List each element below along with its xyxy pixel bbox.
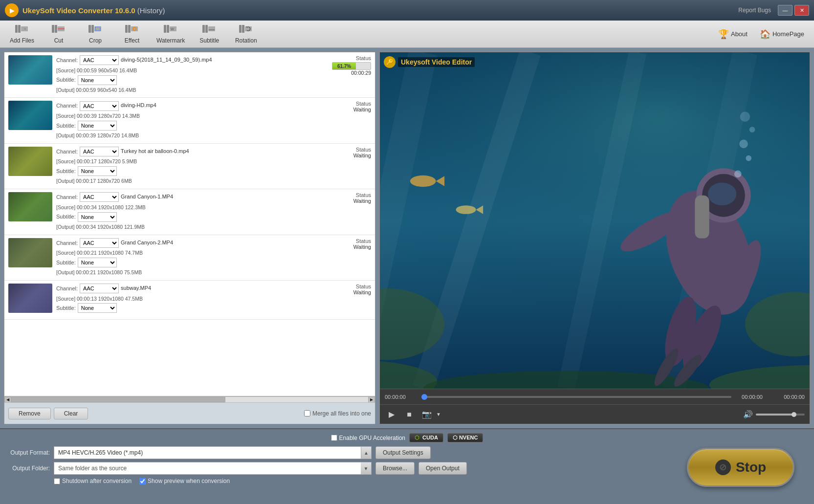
file-info: Channel: AAC diving-HD.mp4 [Source] 00:0… (56, 101, 322, 140)
volume-icon: 🔊 (743, 410, 753, 419)
effect-icon (125, 24, 139, 36)
subtitle-select[interactable]: None (78, 166, 117, 176)
file-info: Channel: AAC subway.MP4 [Source] 00:00:1… (56, 284, 322, 314)
table-row[interactable]: Channel: AAC Turkey hot air balloon-0.mp… (4, 144, 375, 189)
subtitle-label: Subtitle: (56, 167, 76, 176)
shutdown-option: Shutdown after conversion (54, 478, 132, 484)
stop-button[interactable]: ⊘ Stop (687, 448, 794, 487)
output-folder-select[interactable]: Same folder as the source (54, 462, 372, 475)
channel-row: Channel: AAC Grand Canyon-1.MP4 (56, 192, 322, 202)
svg-rect-4 (52, 25, 54, 33)
subtitle-button[interactable]: Subtitle (192, 22, 226, 46)
table-row[interactable]: Channel: AAC Grand Canyon-1.MP4 [Source]… (4, 189, 375, 235)
nvidia-nvenc-icon: ⬡ (453, 435, 458, 440)
subtitle-select[interactable]: None (78, 258, 117, 267)
status-label: Status (326, 101, 371, 107)
channel-select[interactable]: AAC (80, 192, 119, 202)
clear-button[interactable]: Clear (54, 408, 88, 419)
subtitle-select[interactable]: None (78, 75, 117, 85)
timeline-slider[interactable] (421, 396, 731, 398)
file-panel: Channel: AAC diving-5(2018_11_14_09_30_5… (4, 52, 375, 424)
file-thumbnail (8, 55, 52, 85)
status-label: Status (326, 238, 371, 244)
folder-dropdown-arrow[interactable]: ▼ (361, 462, 372, 475)
svg-rect-51 (695, 196, 709, 239)
screenshot-button[interactable]: 📷 (420, 408, 434, 421)
gpu-row: Enable GPU Acceleration ⬡ CUDA ⬡ NVENC (6, 433, 808, 442)
scroll-right-button[interactable]: ▶ (368, 397, 375, 403)
subtitle-select[interactable]: None (78, 212, 117, 222)
video-controls: ▶ ■ 📷 ▼ 🔊 (380, 404, 810, 424)
browse-button[interactable]: Browse... (375, 462, 415, 475)
scroll-track[interactable] (11, 397, 368, 402)
volume-handle[interactable] (792, 412, 796, 417)
rotation-icon (239, 24, 253, 36)
output-info: [Output] 00:00:39 1280x720 14.8MB (56, 131, 322, 140)
channel-select[interactable]: AAC (80, 101, 119, 111)
homepage-button[interactable]: 🏠 HomePage (755, 27, 809, 42)
file-status: Status Waiting (322, 284, 371, 295)
channel-select[interactable]: AAC (80, 238, 119, 248)
minimize-button[interactable]: — (778, 5, 792, 16)
gpu-label: Enable GPU Acceleration (339, 435, 405, 441)
add-files-button[interactable]: + Add Files (5, 22, 39, 46)
merge-checkbox[interactable] (304, 410, 310, 416)
scroll-left-button[interactable]: ◀ (4, 397, 11, 403)
table-row[interactable]: Channel: AAC diving-HD.mp4 [Source] 00:0… (4, 98, 375, 143)
crop-button[interactable]: Crop (78, 22, 112, 46)
svg-rect-24 (239, 25, 242, 33)
stop-preview-button[interactable]: ■ (402, 408, 416, 421)
file-status: Status Waiting (322, 147, 371, 158)
rotation-button[interactable]: Rotation (229, 22, 263, 46)
open-output-button[interactable]: Open Output (418, 462, 467, 475)
close-button[interactable]: ✕ (794, 5, 809, 16)
main-area: Channel: AAC diving-5(2018_11_14_09_30_5… (0, 48, 814, 428)
svg-rect-17 (167, 25, 169, 33)
file-thumbnail (8, 101, 52, 130)
titlebar: UkeySoft Video Converter 10.6.0 (History… (0, 0, 814, 21)
scroll-thumb[interactable] (11, 397, 225, 402)
add-files-icon: + (15, 24, 29, 36)
channel-select[interactable]: AAC (80, 284, 119, 293)
cut-button[interactable]: Cut (42, 22, 76, 46)
table-row[interactable]: Channel: AAC Grand Canyon-2.MP4 [Source]… (4, 235, 375, 281)
channel-select[interactable]: AAC (80, 55, 119, 65)
effect-button[interactable]: Effect (115, 22, 149, 46)
svg-rect-9 (91, 25, 94, 33)
subtitle-select[interactable]: None (78, 303, 117, 313)
table-row[interactable]: Channel: AAC subway.MP4 [Source] 00:00:1… (4, 281, 375, 320)
channel-row: Channel: AAC diving-HD.mp4 (56, 101, 322, 111)
gpu-checkbox[interactable] (331, 435, 337, 441)
shutdown-checkbox[interactable] (54, 478, 60, 484)
horizontal-scrollbar[interactable]: ◀ ▶ (4, 396, 375, 402)
source-info: [Source] 00:00:39 1280x720 14.3MB (56, 112, 322, 121)
watermark-button[interactable]: W Watermark (152, 22, 190, 46)
file-info: Channel: AAC Grand Canyon-2.MP4 [Source]… (56, 238, 322, 277)
show-preview-checkbox[interactable] (139, 478, 146, 484)
source-info: [Source] 00:00:34 1920x1080 122.3MB (56, 203, 322, 212)
channel-select[interactable]: AAC (80, 147, 119, 156)
file-status: Status Waiting (322, 192, 371, 204)
play-button[interactable]: ▶ (385, 408, 398, 421)
timeline-handle[interactable] (421, 394, 427, 400)
file-list[interactable]: Channel: AAC diving-5(2018_11_14_09_30_5… (4, 52, 375, 396)
about-button[interactable]: 🏆 About (713, 27, 752, 42)
table-row[interactable]: Channel: AAC diving-5(2018_11_14_09_30_5… (4, 52, 375, 98)
screenshot-dropdown: 📷 ▼ (420, 408, 442, 421)
output-settings-button[interactable]: Output Settings (375, 446, 431, 459)
window-controls: — ✕ (778, 5, 809, 16)
preview-watermark: Ukeysoft Video Editor (398, 57, 475, 67)
remove-button[interactable]: Remove (8, 408, 51, 419)
subtitle-select[interactable]: None (78, 121, 117, 131)
output-format-input[interactable] (54, 446, 361, 459)
format-dropdown-button[interactable]: ▲ (361, 446, 372, 459)
volume-slider[interactable] (756, 414, 805, 416)
subtitle-row: Subtitle: None (56, 166, 322, 176)
file-info: Channel: AAC diving-5(2018_11_14_09_30_5… (56, 55, 322, 94)
screenshot-arrow[interactable]: ▼ (435, 408, 442, 421)
folder-input-wrap: Same folder as the source ▼ (54, 462, 372, 475)
file-name: subway.MP4 (121, 284, 151, 293)
channel-label: Channel: (56, 147, 78, 156)
home-icon: 🏠 (760, 29, 770, 40)
watermark-icon: W (164, 24, 177, 36)
